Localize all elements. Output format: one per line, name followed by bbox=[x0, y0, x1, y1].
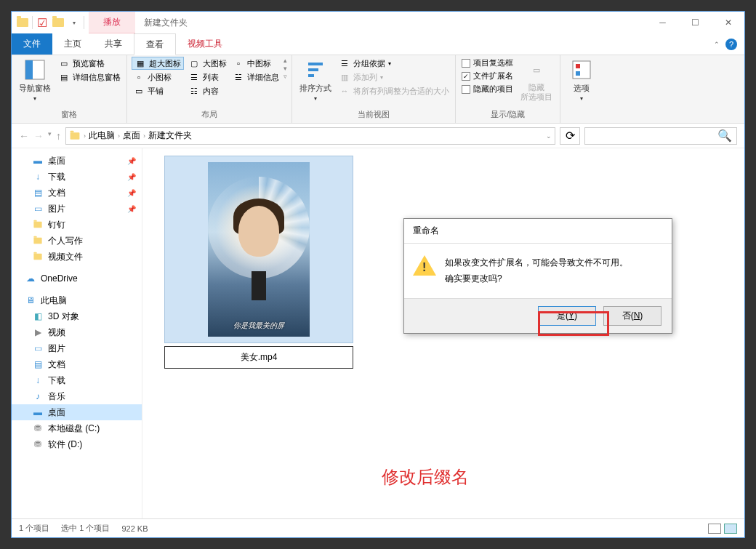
document-icon: ▤ bbox=[32, 187, 44, 199]
sidebar-item-dingding[interactable]: 钉钉 bbox=[12, 217, 142, 233]
details-icon: ☱ bbox=[233, 71, 244, 83]
checkbox-icon bbox=[462, 85, 470, 94]
hidden-items-toggle[interactable]: 隐藏的项目 bbox=[460, 83, 515, 95]
back-button[interactable]: ← bbox=[19, 130, 29, 142]
svg-rect-7 bbox=[576, 71, 580, 76]
svg-rect-1 bbox=[25, 60, 33, 79]
sidebar-item-drive-d[interactable]: ⛃软件 (D:) bbox=[12, 436, 142, 452]
dropdown-icon[interactable]: ▾ bbox=[68, 16, 81, 29]
sidebar-item-documents2[interactable]: ▤文档 bbox=[12, 356, 142, 372]
tab-view[interactable]: 查看 bbox=[134, 33, 176, 55]
pin-icon: 📌 bbox=[127, 157, 136, 165]
cloud-icon: ☁ bbox=[25, 273, 36, 284]
sort-icon bbox=[304, 58, 327, 81]
layout-content[interactable]: ☷内容 bbox=[187, 84, 228, 97]
sidebar-item-videos2[interactable]: ▶视频 bbox=[12, 324, 142, 340]
preview-pane-button[interactable]: ▭预览窗格 bbox=[57, 57, 122, 70]
icons-icon: ▫ bbox=[233, 57, 244, 69]
sidebar-item-music[interactable]: ♪音乐 bbox=[12, 388, 142, 404]
ribbon-group-current-view: 排序方式 ▾ ☰分组依据 ▾ ▥添加列 ▾ ↔将所有列调整为合适的大小 当前视图 bbox=[292, 55, 456, 123]
icons-icon: ▦ bbox=[134, 57, 146, 69]
details-view-icon[interactable] bbox=[708, 524, 721, 534]
minimize-button[interactable]: ─ bbox=[646, 12, 679, 33]
layout-s-icons[interactable]: ▫小图标 bbox=[132, 71, 184, 84]
close-button[interactable]: ✕ bbox=[712, 12, 744, 33]
layout-xl-icons[interactable]: ▦超大图标 bbox=[132, 57, 184, 70]
breadcrumb-segment[interactable]: 此电脑› bbox=[89, 129, 120, 142]
sidebar-item-onedrive[interactable]: ☁OneDrive bbox=[12, 271, 142, 286]
sidebar-item-downloads[interactable]: ↓下载📌 bbox=[12, 169, 142, 185]
group-icon: ☰ bbox=[339, 57, 350, 69]
scroll-down-icon[interactable]: ▾ bbox=[284, 65, 287, 72]
sidebar-item-documents[interactable]: ▤文档📌 bbox=[12, 185, 142, 201]
help-icon[interactable]: ? bbox=[725, 39, 737, 50]
yes-button[interactable]: 是(Y) bbox=[538, 306, 596, 326]
layout-list[interactable]: ☰列表 bbox=[187, 71, 228, 84]
tiles-icon: ▭ bbox=[133, 85, 145, 97]
sidebar-item-drive-c[interactable]: ⛃本地磁盘 (C:) bbox=[12, 420, 142, 436]
options-button[interactable]: 选项 ▾ bbox=[565, 57, 598, 103]
sort-by-button[interactable]: 排序方式 ▾ bbox=[297, 57, 334, 103]
nav-pane-button[interactable]: 导航窗格 ▾ bbox=[16, 57, 54, 103]
filename-input[interactable]: 美女.mp4 bbox=[164, 346, 353, 369]
svg-rect-4 bbox=[308, 74, 314, 77]
cube-icon: ◧ bbox=[32, 310, 44, 322]
drive-icon: ⛃ bbox=[32, 438, 44, 450]
dialog-message: 如果改变文件扩展名，可能会导致文件不可用。 确实要更改吗? bbox=[445, 255, 628, 286]
breadcrumb-segment[interactable]: 新建文件夹 bbox=[148, 129, 192, 142]
scroll-up-icon[interactable]: ▴ bbox=[284, 57, 287, 64]
breadcrumb-segment[interactable]: 桌面› bbox=[123, 129, 145, 142]
layout-details[interactable]: ☱详细信息 bbox=[231, 71, 281, 84]
hide-icon: ▭ bbox=[525, 58, 548, 81]
up-button[interactable]: ↑ bbox=[56, 130, 61, 142]
sidebar-item-desktop[interactable]: ▬桌面📌 bbox=[12, 153, 142, 169]
sidebar-item-pictures[interactable]: ▭图片📌 bbox=[12, 201, 142, 217]
breadcrumb[interactable]: › 此电脑› 桌面› 新建文件夹 ⌄ bbox=[65, 127, 555, 145]
recent-dropdown[interactable]: ▾ bbox=[48, 130, 52, 142]
sidebar-item-desktop2[interactable]: ▬桌面 bbox=[12, 404, 142, 420]
sidebar-item-writing[interactable]: 个人写作 bbox=[12, 233, 142, 249]
tab-file[interactable]: 文件 bbox=[12, 33, 52, 55]
tab-share[interactable]: 共享 bbox=[93, 33, 134, 55]
maximize-button[interactable]: ☐ bbox=[679, 12, 712, 33]
no-button[interactable]: 否(N) bbox=[603, 306, 662, 326]
folder-icon[interactable] bbox=[52, 16, 65, 29]
group-by-button[interactable]: ☰分组依据 ▾ bbox=[337, 57, 451, 70]
layout-m-icons[interactable]: ▫中图标 bbox=[231, 57, 281, 70]
refresh-button[interactable]: ⟳ bbox=[560, 127, 580, 145]
drive-icon: ⛃ bbox=[32, 422, 44, 434]
sidebar-item-pictures2[interactable]: ▭图片 bbox=[12, 340, 142, 356]
sidebar-item-videos[interactable]: 视频文件 bbox=[12, 249, 142, 265]
item-checkboxes-toggle[interactable]: 项目复选框 bbox=[460, 57, 515, 69]
file-ext-toggle[interactable]: ✓文件扩展名 bbox=[460, 70, 515, 82]
collapse-ribbon-icon[interactable]: ⌃ bbox=[714, 41, 720, 48]
svg-rect-5 bbox=[573, 61, 590, 79]
chevron-down-icon: ▾ bbox=[314, 95, 317, 102]
sidebar-item-3d[interactable]: ◧3D 对象 bbox=[12, 308, 142, 324]
icons-view-icon[interactable] bbox=[724, 524, 737, 534]
folder-icon bbox=[32, 251, 44, 263]
chevron-down-icon: ▾ bbox=[580, 95, 583, 102]
add-columns-button: ▥添加列 ▾ bbox=[337, 71, 451, 84]
sidebar-item-this-pc[interactable]: 🖥此电脑 bbox=[12, 292, 142, 308]
desktop-icon: ▬ bbox=[32, 155, 44, 167]
layout-l-icons[interactable]: ▢大图标 bbox=[187, 57, 228, 70]
group-label: 布局 bbox=[132, 109, 287, 121]
chevron-down-icon[interactable]: ⌄ bbox=[546, 132, 552, 140]
ribbon-group-panes: 导航窗格 ▾ ▭预览窗格 ▤详细信息窗格 窗格 bbox=[12, 55, 127, 123]
tab-video-tools[interactable]: 视频工具 bbox=[176, 33, 234, 55]
tab-home[interactable]: 主页 bbox=[52, 33, 93, 55]
expand-icon[interactable]: ▿ bbox=[284, 73, 287, 80]
layout-tiles[interactable]: ▭平铺 bbox=[132, 84, 184, 97]
file-item[interactable]: 你是我最美的屏 美女.mp4 bbox=[164, 156, 353, 369]
group-label: 显示/隐藏 bbox=[460, 109, 555, 121]
forward-button[interactable]: → bbox=[33, 130, 44, 142]
columns-icon: ▥ bbox=[339, 71, 350, 83]
checkbox-icon[interactable]: ☑ bbox=[36, 16, 49, 29]
search-input[interactable]: 🔍 bbox=[584, 127, 737, 145]
music-icon: ♪ bbox=[32, 390, 44, 402]
details-pane-button[interactable]: ▤详细信息窗格 bbox=[57, 71, 122, 84]
pin-icon: 📌 bbox=[127, 173, 136, 181]
options-icon bbox=[570, 58, 593, 81]
sidebar-item-downloads2[interactable]: ↓下载 bbox=[12, 372, 142, 388]
